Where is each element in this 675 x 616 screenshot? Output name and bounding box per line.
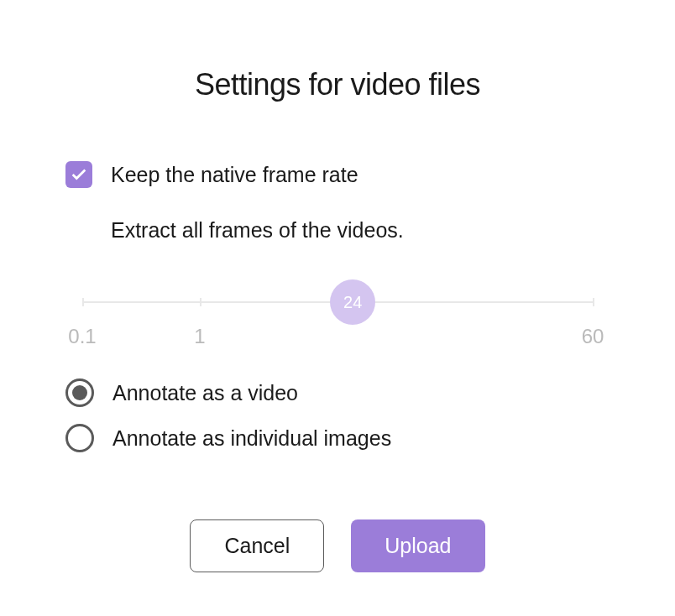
slider-tick — [200, 298, 201, 306]
radio-annotate-images-label: Annotate as individual images — [112, 426, 391, 451]
radio-annotate-video-row: Annotate as a video — [65, 378, 610, 407]
slider-tick — [593, 298, 594, 306]
video-settings-dialog: Settings for video files Keep the native… — [0, 0, 675, 572]
framerate-slider-container: 24 0.1 1 60 — [82, 301, 593, 303]
radio-annotate-video[interactable] — [65, 378, 94, 407]
slider-value: 24 — [343, 293, 362, 312]
description-text: Extract all frames of the videos. — [111, 218, 610, 243]
button-row: Cancel Upload — [65, 519, 610, 572]
slider-mid-label: 1 — [194, 325, 205, 348]
slider-tick — [82, 298, 84, 306]
slider-min-label: 0.1 — [68, 325, 96, 348]
radio-annotate-images[interactable] — [65, 424, 94, 452]
native-framerate-checkbox[interactable] — [65, 161, 92, 188]
native-framerate-label: Keep the native frame rate — [111, 163, 358, 187]
upload-button[interactable]: Upload — [351, 519, 484, 572]
radio-annotate-video-label: Annotate as a video — [112, 381, 298, 405]
native-framerate-row: Keep the native frame rate — [65, 161, 610, 188]
slider-max-label: 60 — [582, 325, 604, 348]
slider-track[interactable]: 24 — [82, 301, 593, 303]
radio-annotate-images-row: Annotate as individual images — [65, 424, 610, 452]
slider-thumb[interactable]: 24 — [330, 279, 375, 325]
dialog-title: Settings for video files — [65, 67, 610, 102]
annotation-mode-group: Annotate as a video Annotate as individu… — [65, 378, 610, 452]
check-icon — [70, 165, 88, 184]
cancel-button[interactable]: Cancel — [190, 519, 324, 572]
